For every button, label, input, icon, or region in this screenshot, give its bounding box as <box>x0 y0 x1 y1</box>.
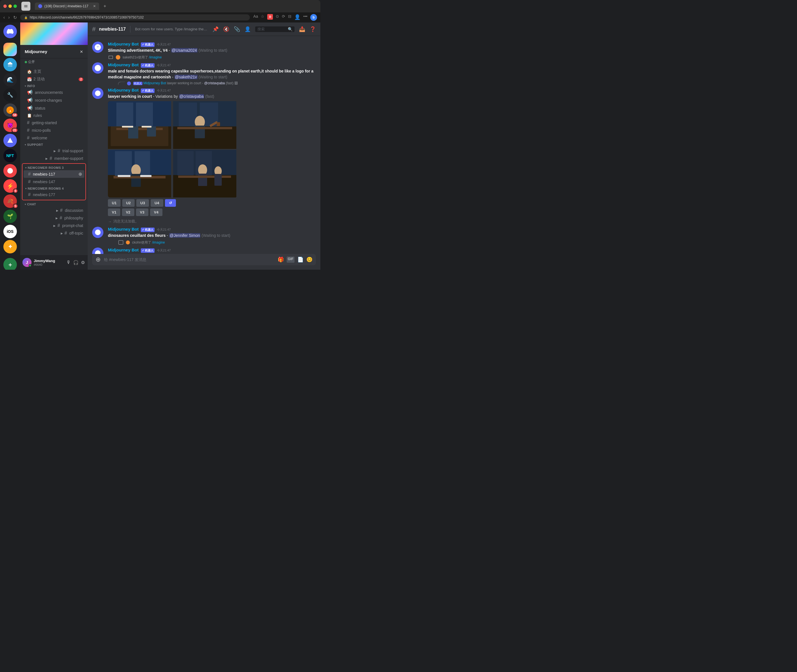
browser-tab[interactable]: (108) Discord | #newbies-117 ✕ <box>35 3 99 10</box>
section-header-chat[interactable]: ▾ CHAT <box>20 202 88 206</box>
sticker-icon[interactable]: 📄 <box>297 256 304 263</box>
new-tab-button[interactable]: + <box>104 4 106 9</box>
variation-2-button[interactable]: V2 <box>122 208 134 216</box>
sidebar-item-status[interactable]: 📢 status <box>22 104 85 112</box>
server-badge-5: 58 <box>11 113 18 117</box>
mute-channel-icon[interactable]: 🔇 <box>223 26 229 32</box>
generated-image-4[interactable] <box>173 150 236 197</box>
close-button[interactable] <box>3 5 7 8</box>
server-icon-ios[interactable]: iOS <box>3 225 17 238</box>
deafen-button[interactable]: 🎧 <box>72 259 79 266</box>
svg-rect-22 <box>179 102 197 126</box>
sidebar-item-recent-changes[interactable]: 📢 recent-changes <box>22 96 85 104</box>
server-header[interactable]: Midjourney ✕ <box>20 45 88 58</box>
ext-icon-2[interactable]: ⊙ <box>276 14 279 21</box>
variation-4-button[interactable]: V4 <box>150 208 162 216</box>
forward-button[interactable]: › <box>8 15 10 20</box>
variation-3-button[interactable]: V3 <box>136 208 148 216</box>
message-author-lawyer[interactable]: Midjourney Bot <box>108 88 139 93</box>
message-input[interactable] <box>104 254 274 265</box>
gif-button[interactable]: GIF <box>286 256 294 263</box>
section-header-newcomer4[interactable]: ▾ NEWCOMER ROOMS 4 <box>22 186 85 191</box>
generated-image-1[interactable] <box>108 101 171 149</box>
server-icon-4[interactable]: 🔧 <box>3 88 17 102</box>
server-icon-5[interactable]: 🔥 58 <box>3 103 17 117</box>
message-author-2[interactable]: Midjourney Bot <box>108 62 139 67</box>
svg-rect-36 <box>118 175 130 177</box>
upscale-1-button[interactable]: U1 <box>108 199 120 207</box>
reload-button[interactable]: ↻ <box>13 15 17 20</box>
sidebar-item-welcome[interactable]: # welcome <box>22 134 85 142</box>
help-icon[interactable]: ❓ <box>310 26 316 32</box>
message-author-ux[interactable]: Midjourney Bot <box>108 248 139 252</box>
mute-button[interactable]: 🎙 <box>66 259 71 266</box>
pin-icon[interactable]: 📌 <box>213 26 219 32</box>
message-group-ux: Midjourney Bot ✓ 机器人 今天21:47 UX, UI, Web… <box>88 246 320 254</box>
sidebar-item-announcements[interactable]: 📢 announcements <box>22 88 85 96</box>
upscale-2-button[interactable]: U2 <box>122 199 135 207</box>
verified-tag-2: ✓ 机器人 <box>141 63 155 68</box>
server-icon-nft[interactable]: NFT <box>3 149 17 162</box>
inbox-icon[interactable]: 📥 <box>299 26 305 32</box>
discord-home-button[interactable] <box>3 25 17 38</box>
minimize-button[interactable] <box>8 5 12 8</box>
section-header-support[interactable]: ▾ SUPPORT <box>20 142 88 147</box>
server-icon-red[interactable] <box>3 164 17 178</box>
sidebar-item-home[interactable]: 🏠 主页 <box>22 68 85 75</box>
sidebar-item-discussion[interactable]: ▶ # discussion <box>22 207 85 214</box>
translate-icon[interactable]: Aa <box>253 14 258 21</box>
server-icon-11[interactable]: 🍂 5 <box>3 194 17 208</box>
add-member-icon[interactable]: 👤 <box>245 26 251 32</box>
upscale-3-button[interactable]: U3 <box>136 199 149 207</box>
sidebar-item-getting-started[interactable]: # getting-started <box>22 119 85 126</box>
server-icon-3[interactable]: 🌊 <box>3 73 17 86</box>
server-icon-10[interactable]: ⚡ 6 <box>3 179 17 193</box>
search-box[interactable]: 🔍 <box>255 26 294 32</box>
sidebar-item-off-topic[interactable]: ▶ # off-topic <box>22 230 85 237</box>
message-author-dino[interactable]: Midjourney Bot <box>108 227 139 232</box>
search-input[interactable] <box>258 27 285 31</box>
server-icon-midjourney[interactable] <box>3 43 17 56</box>
server-icon-7[interactable] <box>3 134 17 147</box>
channel-name-welcome: welcome <box>32 136 47 140</box>
maximize-button[interactable] <box>13 5 17 8</box>
server-icon-2[interactable] <box>3 58 17 71</box>
server-icon-12[interactable]: 🌱 <box>3 210 17 223</box>
section-header-info[interactable]: ▾ INFO <box>20 83 88 88</box>
variation-1-button[interactable]: V1 <box>108 208 120 216</box>
settings-button[interactable]: ⚙ <box>80 259 85 266</box>
split-view-icon[interactable]: ⊟ <box>288 14 291 21</box>
url-bar[interactable]: 🔒 https://discord.com/channels/662267976… <box>20 14 250 21</box>
emoji-icon[interactable]: 😊 <box>306 256 312 263</box>
pin-icon-2[interactable]: 📎 <box>234 26 240 32</box>
sidebar-item-prompt-chat[interactable]: ▶ # prompt-chat <box>22 222 85 229</box>
more-options-button[interactable]: ••• <box>303 14 307 21</box>
upscale-4-button[interactable]: U4 <box>150 199 163 207</box>
sidebar-item-newbies-177[interactable]: # newbies-177 <box>24 191 84 198</box>
generated-image-3[interactable] <box>108 150 171 197</box>
tab-close-button[interactable]: ✕ <box>93 4 96 8</box>
sidebar-item-member-support[interactable]: ▶ # member-support <box>22 155 85 162</box>
add-attachment-button[interactable]: ⊕ <box>96 256 101 263</box>
back-button[interactable]: ‹ <box>3 15 5 20</box>
sidebar-item-activity[interactable]: 📅 2 活动 2 <box>22 75 85 83</box>
add-member-icon[interactable]: ⊕ <box>78 171 82 177</box>
server-icon-6[interactable]: 😈 21 <box>3 118 17 132</box>
sidebar-item-rules[interactable]: 📋 rules <box>22 112 85 119</box>
message-author[interactable]: Midjourney Bot <box>108 42 139 46</box>
gift-icon[interactable]: 🎁 <box>278 256 284 263</box>
star-icon[interactable]: ☆ <box>261 14 264 21</box>
message-time-ux: 今天21:47 <box>157 248 171 253</box>
sidebar-item-newbies-147[interactable]: # newbies-147 <box>24 178 84 186</box>
sidebar-item-newbies-117[interactable]: # newbies-117 ⊕ <box>24 170 84 178</box>
sidebar-item-micro-polls[interactable]: # micro-polls <box>22 127 85 134</box>
sidebar-item-philosophy[interactable]: ▶ # philosophy <box>22 214 85 222</box>
refresh-button[interactable]: ↺ <box>165 199 176 207</box>
browser-chrome: (108) Discord | #newbies-117 ✕ + <box>0 0 320 12</box>
add-server-button[interactable]: ＋ <box>3 258 17 270</box>
refresh-icon[interactable]: ⟳ <box>282 14 285 21</box>
server-icon-14[interactable]: ✦ <box>3 240 17 253</box>
generated-image-2[interactable] <box>173 101 236 149</box>
section-header-newcomer3[interactable]: ▾ NEWCOMER ROOMS 3 <box>22 165 85 170</box>
sidebar-item-trial-support[interactable]: ▶ # trial-support <box>22 147 85 155</box>
